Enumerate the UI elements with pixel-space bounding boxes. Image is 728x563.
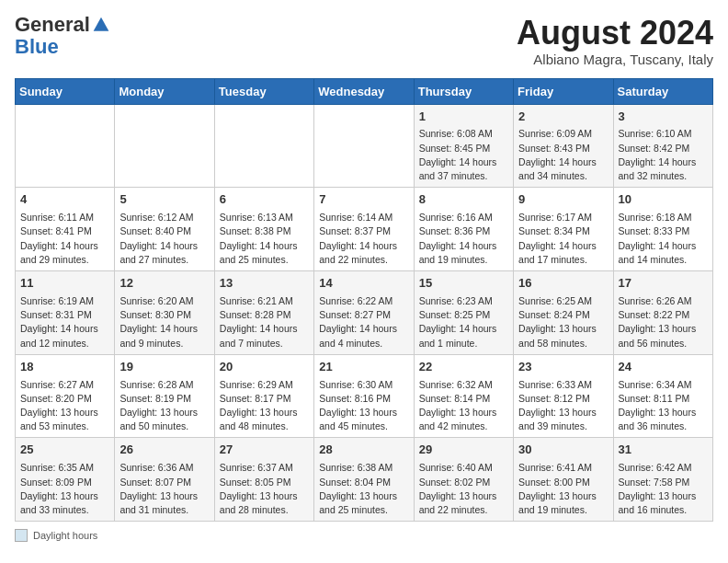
daylight-box: [15, 529, 28, 542]
weekday-header: Wednesday: [314, 78, 414, 104]
day-number: 18: [20, 359, 109, 376]
day-number: 20: [220, 359, 309, 376]
weekday-header: Tuesday: [214, 78, 313, 104]
calendar-header: SundayMondayTuesdayWednesdayThursdayFrid…: [16, 78, 713, 104]
day-info: Sunrise: 6:29 AM Sunset: 8:17 PM Dayligh…: [220, 378, 309, 434]
day-number: 30: [518, 442, 608, 459]
day-number: 24: [619, 359, 708, 376]
day-info: Sunrise: 6:19 AM Sunset: 8:31 PM Dayligh…: [20, 294, 109, 350]
calendar-cell: 28Sunrise: 6:38 AM Sunset: 8:04 PM Dayli…: [314, 438, 414, 522]
day-number: 19: [119, 359, 209, 376]
day-info: Sunrise: 6:33 AM Sunset: 8:12 PM Dayligh…: [518, 378, 608, 434]
day-info: Sunrise: 6:42 AM Sunset: 7:58 PM Dayligh…: [619, 461, 708, 517]
calendar-cell: [214, 104, 313, 188]
day-info: Sunrise: 6:21 AM Sunset: 8:28 PM Dayligh…: [220, 294, 309, 350]
weekday-header: Sunday: [16, 78, 115, 104]
calendar-cell: 22Sunrise: 6:32 AM Sunset: 8:14 PM Dayli…: [414, 354, 513, 438]
day-info: Sunrise: 6:25 AM Sunset: 8:24 PM Dayligh…: [518, 294, 608, 350]
calendar-cell: 12Sunrise: 6:20 AM Sunset: 8:30 PM Dayli…: [115, 271, 214, 355]
day-info: Sunrise: 6:08 AM Sunset: 8:45 PM Dayligh…: [419, 127, 508, 183]
logo-general: General: [15, 15, 90, 35]
day-number: 2: [518, 109, 608, 126]
day-number: 7: [319, 191, 408, 209]
day-info: Sunrise: 6:30 AM Sunset: 8:16 PM Dayligh…: [319, 378, 408, 434]
calendar-cell: 5Sunrise: 6:12 AM Sunset: 8:40 PM Daylig…: [115, 188, 214, 271]
location: Albiano Magra, Tuscany, Italy: [517, 52, 713, 67]
logo-blue: Blue: [15, 35, 59, 58]
day-info: Sunrise: 6:34 AM Sunset: 8:11 PM Dayligh…: [619, 378, 708, 434]
day-info: Sunrise: 6:27 AM Sunset: 8:20 PM Dayligh…: [20, 378, 109, 434]
day-info: Sunrise: 6:10 AM Sunset: 8:42 PM Dayligh…: [619, 127, 708, 183]
calendar-cell: 20Sunrise: 6:29 AM Sunset: 8:17 PM Dayli…: [214, 354, 313, 438]
logo: General Blue: [15, 15, 110, 59]
day-number: 21: [319, 359, 408, 376]
day-info: Sunrise: 6:11 AM Sunset: 8:41 PM Dayligh…: [20, 211, 109, 267]
day-number: 4: [20, 191, 109, 209]
calendar-cell: 31Sunrise: 6:42 AM Sunset: 7:58 PM Dayli…: [613, 438, 712, 522]
calendar-cell: 27Sunrise: 6:37 AM Sunset: 8:05 PM Dayli…: [214, 438, 313, 522]
calendar-week: 1Sunrise: 6:08 AM Sunset: 8:45 PM Daylig…: [16, 104, 713, 188]
calendar-cell: 21Sunrise: 6:30 AM Sunset: 8:16 PM Dayli…: [314, 354, 414, 438]
day-info: Sunrise: 6:12 AM Sunset: 8:40 PM Dayligh…: [119, 211, 209, 267]
day-info: Sunrise: 6:16 AM Sunset: 8:36 PM Dayligh…: [419, 211, 508, 267]
calendar-cell: 17Sunrise: 6:26 AM Sunset: 8:22 PM Dayli…: [613, 271, 712, 355]
calendar-cell: 1Sunrise: 6:08 AM Sunset: 8:45 PM Daylig…: [414, 104, 513, 188]
day-number: 16: [518, 275, 608, 293]
weekday-header: Thursday: [414, 78, 513, 104]
day-number: 22: [419, 359, 508, 376]
day-number: 26: [119, 442, 209, 459]
calendar-cell: 25Sunrise: 6:35 AM Sunset: 8:09 PM Dayli…: [16, 438, 115, 522]
day-number: 8: [419, 191, 508, 209]
day-number: 17: [619, 275, 708, 293]
day-info: Sunrise: 6:35 AM Sunset: 8:09 PM Dayligh…: [20, 461, 109, 517]
day-number: 12: [119, 275, 209, 293]
title-area: August 2024 Albiano Magra, Tuscany, Ital…: [517, 15, 713, 67]
day-number: 29: [419, 442, 508, 459]
daylight-label: Daylight hours: [33, 530, 97, 541]
day-number: 6: [220, 191, 309, 209]
day-info: Sunrise: 6:22 AM Sunset: 8:27 PM Dayligh…: [319, 294, 408, 350]
day-number: 27: [220, 442, 309, 459]
day-info: Sunrise: 6:23 AM Sunset: 8:25 PM Dayligh…: [419, 294, 508, 350]
calendar-cell: 3Sunrise: 6:10 AM Sunset: 8:42 PM Daylig…: [613, 104, 712, 188]
day-info: Sunrise: 6:41 AM Sunset: 8:00 PM Dayligh…: [518, 461, 608, 517]
day-number: 13: [220, 275, 309, 293]
footer-note: Daylight hours: [15, 529, 713, 542]
calendar-cell: 26Sunrise: 6:36 AM Sunset: 8:07 PM Dayli…: [115, 438, 214, 522]
weekday-header: Monday: [115, 78, 214, 104]
calendar-cell: 9Sunrise: 6:17 AM Sunset: 8:34 PM Daylig…: [514, 188, 613, 271]
day-info: Sunrise: 6:32 AM Sunset: 8:14 PM Dayligh…: [419, 378, 508, 434]
calendar-cell: 15Sunrise: 6:23 AM Sunset: 8:25 PM Dayli…: [414, 271, 513, 355]
calendar-cell: 2Sunrise: 6:09 AM Sunset: 8:43 PM Daylig…: [514, 104, 613, 188]
calendar-cell: 7Sunrise: 6:14 AM Sunset: 8:37 PM Daylig…: [314, 188, 414, 271]
calendar-cell: 11Sunrise: 6:19 AM Sunset: 8:31 PM Dayli…: [16, 271, 115, 355]
day-number: 14: [319, 275, 408, 293]
day-number: 9: [518, 191, 608, 209]
day-number: 5: [119, 191, 209, 209]
calendar-cell: 4Sunrise: 6:11 AM Sunset: 8:41 PM Daylig…: [16, 188, 115, 271]
calendar-cell: 16Sunrise: 6:25 AM Sunset: 8:24 PM Dayli…: [514, 271, 613, 355]
day-info: Sunrise: 6:18 AM Sunset: 8:33 PM Dayligh…: [619, 211, 708, 267]
calendar-cell: 10Sunrise: 6:18 AM Sunset: 8:33 PM Dayli…: [613, 188, 712, 271]
calendar-cell: 19Sunrise: 6:28 AM Sunset: 8:19 PM Dayli…: [115, 354, 214, 438]
calendar-cell: 24Sunrise: 6:34 AM Sunset: 8:11 PM Dayli…: [613, 354, 712, 438]
weekday-header: Saturday: [613, 78, 712, 104]
calendar-body: 1Sunrise: 6:08 AM Sunset: 8:45 PM Daylig…: [16, 104, 713, 522]
calendar-week: 11Sunrise: 6:19 AM Sunset: 8:31 PM Dayli…: [16, 271, 713, 355]
svg-marker-0: [94, 17, 109, 31]
calendar-week: 4Sunrise: 6:11 AM Sunset: 8:41 PM Daylig…: [16, 188, 713, 271]
calendar-cell: 8Sunrise: 6:16 AM Sunset: 8:36 PM Daylig…: [414, 188, 513, 271]
calendar-cell: [115, 104, 214, 188]
calendar-cell: 18Sunrise: 6:27 AM Sunset: 8:20 PM Dayli…: [16, 354, 115, 438]
day-number: 15: [419, 275, 508, 293]
weekday-row: SundayMondayTuesdayWednesdayThursdayFrid…: [16, 78, 713, 104]
day-info: Sunrise: 6:28 AM Sunset: 8:19 PM Dayligh…: [119, 378, 209, 434]
day-info: Sunrise: 6:37 AM Sunset: 8:05 PM Dayligh…: [220, 461, 309, 517]
day-number: 11: [20, 275, 109, 293]
day-info: Sunrise: 6:13 AM Sunset: 8:38 PM Dayligh…: [220, 211, 309, 267]
calendar-week: 18Sunrise: 6:27 AM Sunset: 8:20 PM Dayli…: [16, 354, 713, 438]
day-info: Sunrise: 6:38 AM Sunset: 8:04 PM Dayligh…: [319, 461, 408, 517]
day-number: 10: [619, 191, 708, 209]
day-number: 1: [419, 109, 508, 126]
day-number: 3: [619, 109, 708, 126]
